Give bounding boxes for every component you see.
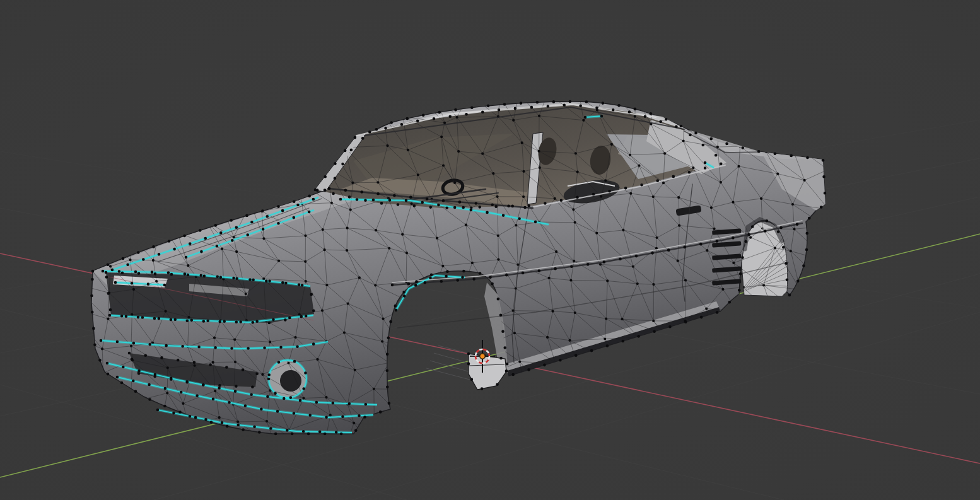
- 3d-viewport[interactable]: [0, 0, 980, 500]
- viewport-canvas[interactable]: [0, 0, 980, 500]
- object-origin-dot: [480, 354, 485, 359]
- fog-light-inner: [280, 370, 301, 392]
